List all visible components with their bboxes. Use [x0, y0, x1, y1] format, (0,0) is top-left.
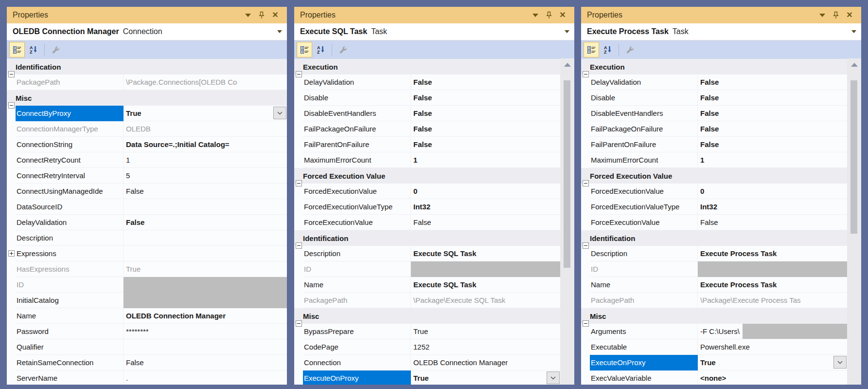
property-row[interactable]: DisableEventHandlersFalse: [581, 106, 847, 121]
property-name[interactable]: Description: [590, 246, 698, 261]
close-button[interactable]: ✕: [556, 10, 569, 20]
property-row[interactable]: NameOLEDB Connection Manager: [7, 308, 287, 324]
property-name[interactable]: ID: [303, 261, 411, 277]
property-value[interactable]: -F C:\Users\: [698, 324, 847, 339]
window-position-menu-button[interactable]: [815, 10, 829, 20]
property-name[interactable]: ForcedExecutionValue: [303, 184, 411, 199]
property-name[interactable]: Description: [16, 230, 124, 246]
property-value[interactable]: False: [124, 215, 287, 230]
property-name[interactable]: DisableEventHandlers: [590, 106, 698, 121]
property-name[interactable]: HasExpressions: [16, 261, 124, 277]
property-row[interactable]: FailParentOnFailureFalse: [581, 137, 847, 152]
value-dropdown-button[interactable]: [833, 356, 847, 369]
property-value[interactable]: \Package.Connections[OLEDB Co: [124, 74, 287, 90]
property-name[interactable]: ForcedExecutionValueType: [303, 199, 411, 215]
property-name[interactable]: ConnectionManagerType: [16, 121, 124, 137]
property-name[interactable]: Name: [590, 277, 698, 293]
category-row[interactable]: Identification: [7, 59, 287, 74]
property-row[interactable]: DelayValidationFalse: [294, 74, 560, 90]
property-row[interactable]: ForceExecutionValueFalse: [294, 215, 560, 230]
category-row[interactable]: Misc: [581, 308, 847, 324]
property-row[interactable]: Expressions: [7, 246, 287, 261]
property-name[interactable]: ExecValueVariable: [590, 370, 698, 385]
property-name[interactable]: MaximumErrorCount: [303, 152, 411, 168]
property-row[interactable]: PackagePath\Package\Execute Process Tas: [581, 293, 847, 308]
property-value[interactable]: Execute SQL Task: [411, 246, 560, 261]
property-name[interactable]: Arguments: [590, 324, 698, 339]
property-name[interactable]: ForcedExecutionValueType: [590, 199, 698, 215]
property-row[interactable]: PackagePath\Package\Execute SQL Task: [294, 293, 560, 308]
property-row[interactable]: ID: [294, 261, 560, 277]
property-name[interactable]: Qualifier: [16, 339, 124, 355]
scrollbar-thumb[interactable]: [850, 80, 857, 234]
property-row[interactable]: InitialCatalog: [7, 293, 287, 308]
property-row[interactable]: MaximumErrorCount1: [294, 152, 560, 168]
property-value[interactable]: ********: [124, 324, 287, 339]
value-dropdown-button[interactable]: [547, 371, 560, 384]
alphabetical-sort-button[interactable]: AZ: [313, 42, 329, 57]
property-row[interactable]: ExecutablePowershell.exe: [581, 339, 847, 355]
property-value[interactable]: False: [411, 90, 560, 106]
property-name[interactable]: ConnectUsingManagedIde: [16, 184, 124, 199]
property-value[interactable]: <none>: [698, 370, 847, 385]
object-selector-dropdown[interactable]: Execute SQL Task Task: [294, 23, 574, 40]
property-pages-button[interactable]: [335, 42, 351, 57]
property-pages-button[interactable]: [622, 42, 638, 57]
property-name[interactable]: FailParentOnFailure: [590, 137, 698, 152]
vertical-scrollbar[interactable]: [560, 58, 574, 385]
value-dropdown-button[interactable]: [273, 107, 286, 119]
property-row[interactable]: ID: [7, 277, 287, 293]
category-row[interactable]: Identification: [581, 230, 847, 246]
auto-hide-pin-button[interactable]: [829, 10, 843, 20]
property-value[interactable]: \Package\Execute Process Tas: [698, 293, 847, 308]
property-row[interactable]: ExecuteOnProxyTrue: [294, 370, 560, 385]
property-row[interactable]: FailPackageOnFailureFalse: [294, 121, 560, 137]
property-name[interactable]: ID: [16, 277, 124, 293]
property-pages-button[interactable]: [48, 42, 63, 57]
property-row[interactable]: ConnectRetryInterval5: [7, 168, 287, 184]
property-value[interactable]: OLEDB Connection Manager: [124, 308, 287, 324]
property-name[interactable]: ConnectByProxy: [16, 106, 124, 121]
property-row[interactable]: FailParentOnFailureFalse: [294, 137, 560, 152]
property-value[interactable]: True: [124, 106, 287, 121]
property-value[interactable]: False: [411, 215, 560, 230]
categorized-view-button[interactable]: [297, 42, 312, 57]
property-row[interactable]: ConnectionStringData Source=.;Initial Ca…: [7, 137, 287, 152]
property-row[interactable]: ConnectByProxyTrue: [7, 106, 287, 121]
property-value[interactable]: Int32: [698, 199, 847, 215]
property-name[interactable]: Disable: [590, 90, 698, 106]
property-value[interactable]: False: [698, 121, 847, 137]
property-row[interactable]: ForcedExecutionValue0: [294, 184, 560, 199]
property-name[interactable]: ConnectRetryCount: [16, 152, 124, 168]
property-value[interactable]: Int32: [411, 199, 560, 215]
tool-window-titlebar[interactable]: Properties ✕: [294, 7, 574, 23]
property-row[interactable]: MaximumErrorCount1: [581, 152, 847, 168]
property-name[interactable]: ForceExecutionValue: [303, 215, 411, 230]
property-row[interactable]: ForcedExecutionValue0: [581, 184, 847, 199]
property-name[interactable]: Disable: [303, 90, 411, 106]
tool-window-titlebar[interactable]: Properties ✕: [7, 7, 287, 23]
property-name[interactable]: ConnectRetryInterval: [16, 168, 124, 184]
property-row[interactable]: ForceExecutionValueFalse: [581, 215, 847, 230]
property-name[interactable]: Name: [303, 277, 411, 293]
category-row[interactable]: Misc: [294, 308, 560, 324]
property-value-redacted[interactable]: [124, 277, 287, 293]
window-position-menu-button[interactable]: [241, 10, 255, 20]
property-name[interactable]: ID: [590, 261, 698, 277]
property-row[interactable]: ConnectionManagerTypeOLEDB: [7, 121, 287, 137]
property-name[interactable]: ConnectionString: [16, 137, 124, 152]
property-row[interactable]: DataSourceID: [7, 199, 287, 215]
category-row[interactable]: Forced Execution Value: [294, 168, 560, 184]
property-name[interactable]: ForcedExecutionValue: [590, 184, 698, 199]
property-value[interactable]: False: [411, 106, 560, 121]
property-name[interactable]: DataSourceID: [16, 199, 124, 215]
property-name[interactable]: DelayValidation: [590, 74, 698, 90]
property-name[interactable]: ForceExecutionValue: [590, 215, 698, 230]
property-value[interactable]: Execute Process Task: [698, 277, 847, 293]
property-row[interactable]: ConnectUsingManagedIdeFalse: [7, 184, 287, 199]
property-name[interactable]: PackagePath: [303, 293, 411, 308]
property-value[interactable]: [124, 246, 287, 261]
property-value[interactable]: 0: [698, 184, 847, 199]
property-value[interactable]: False: [698, 106, 847, 121]
property-value[interactable]: False: [698, 90, 847, 106]
